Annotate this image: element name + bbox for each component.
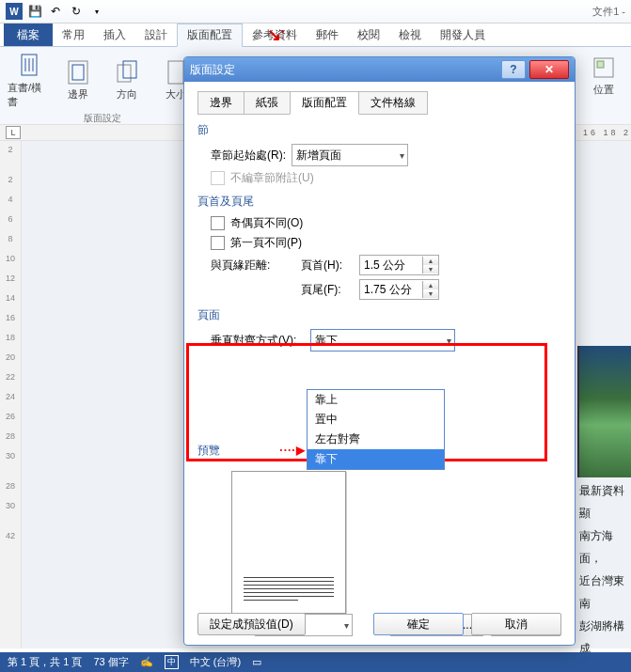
tab-view[interactable]: 檢視 (389, 24, 431, 46)
section-start-select[interactable]: 新增頁面 (292, 144, 408, 166)
status-words[interactable]: 73 個字 (93, 655, 128, 669)
position-button[interactable]: 位置 (582, 53, 625, 97)
svg-rect-8 (168, 61, 183, 84)
position-icon (591, 55, 617, 81)
header-distance-spinner[interactable]: 1.5 公分▲▼ (359, 255, 439, 275)
cancel-button[interactable]: 取消 (471, 613, 561, 635)
dlg-tab-paper[interactable]: 紙張 (244, 91, 291, 115)
margins-icon (65, 59, 91, 86)
satellite-image (577, 346, 631, 477)
suppress-endnotes-label: 不編章節附註(U) (230, 170, 314, 186)
footer-distance-spinner[interactable]: 1.75 公分▲▼ (359, 279, 439, 300)
tab-layout[interactable]: 版面配置 (177, 23, 243, 47)
page-preview (231, 471, 346, 614)
help-button[interactable]: ? (501, 60, 526, 79)
qat-dropdown-icon[interactable]: ▾ (88, 3, 105, 20)
tab-design[interactable]: 設計 (135, 24, 177, 46)
ime-icon[interactable]: 中 (165, 655, 179, 669)
dlg-tab-margins[interactable]: 邊界 (197, 91, 245, 115)
valign-select[interactable]: 靠下 (310, 329, 455, 352)
position-label: 位置 (593, 83, 614, 97)
document-text-fragment: 最新資料顯 南方海面， 近台灣東南 彭湖將構成 (579, 479, 631, 660)
doc-title: 文件1 - (592, 5, 625, 19)
valign-option-center[interactable]: 置中 (308, 410, 444, 430)
dialog-titlebar: 版面設定 ? ✕ (184, 57, 575, 82)
orientation-label: 直書/橫書 (8, 81, 51, 109)
tab-insert[interactable]: 插入 (94, 24, 135, 46)
tab-review[interactable]: 校閱 (348, 24, 389, 46)
edge-distance-label: 與頁緣距離: (211, 258, 295, 273)
suppress-endnotes-checkbox (211, 171, 225, 185)
page-orientation-icon (114, 59, 140, 86)
first-page-label: 第一頁不同(P) (230, 235, 302, 251)
valign-option-top[interactable]: 靠上 (308, 390, 444, 410)
first-page-checkbox[interactable] (211, 236, 225, 250)
ribbon-group-label: 版面設定 (84, 112, 121, 125)
headers-section-header: 頁首及頁尾 (197, 194, 561, 210)
svg-rect-7 (123, 61, 136, 78)
app-titlebar: W 💾 ↶ ↻ ▾ 文件1 - (0, 0, 631, 23)
preview-label: 預覽 (197, 444, 220, 457)
status-bar: 第 1 頁，共 1 頁 73 個字 ✍ 中 中文 (台灣) ▭ (0, 652, 631, 672)
direction-button[interactable]: 方向 (105, 57, 149, 102)
ok-button[interactable]: 確定 (373, 613, 464, 635)
tab-developer[interactable]: 開發人員 (431, 24, 495, 46)
status-macro-icon[interactable]: ▭ (252, 656, 261, 668)
valign-dropdown-open[interactable]: 靠上 置中 左右對齊 靠下 (307, 389, 445, 470)
dlg-tab-layout[interactable]: 版面配置 (290, 91, 359, 115)
save-icon[interactable]: 💾 (26, 3, 43, 20)
odd-even-checkbox[interactable] (211, 216, 225, 230)
status-proofing-icon[interactable]: ✍ (140, 656, 153, 668)
page-setup-dialog: 版面設定 ? ✕ 邊界 紙張 版面配置 文件格線 節 章節起始處(R): 新增頁… (183, 56, 576, 646)
set-default-button[interactable]: 設定成預設值(D) (197, 613, 306, 635)
valign-option-justify[interactable]: 左右對齊 (308, 430, 444, 449)
tab-mailings[interactable]: 郵件 (307, 24, 348, 46)
header-distance-label: 頁首(H): (301, 258, 354, 273)
margins-label: 邊界 (68, 87, 88, 102)
svg-rect-6 (118, 65, 131, 82)
ribbon-tabs: 檔案 常用 插入 設計 版面配置 參考資料 郵件 校閱 檢視 開發人員 (0, 23, 631, 47)
status-language[interactable]: 中文 (台灣) (190, 655, 241, 669)
text-direction-icon (16, 53, 42, 79)
dialog-body: 邊界 紙張 版面配置 文件格線 節 章節起始處(R): 新增頁面 不編章節附註(… (184, 82, 575, 645)
tab-home[interactable]: 常用 (53, 24, 94, 46)
dlg-tab-grid[interactable]: 文件格線 (358, 91, 428, 115)
redo-icon[interactable]: ↻ (68, 3, 85, 20)
footer-distance-label: 頁尾(F): (301, 282, 354, 298)
section-start-label: 章節起始處(R): (211, 148, 286, 164)
page-section-header: 頁面 (197, 307, 561, 323)
dialog-tabs: 邊界 紙張 版面配置 文件格線 (197, 91, 561, 115)
close-button[interactable]: ✕ (529, 60, 569, 79)
valign-label: 垂直對齊方式(V): (211, 333, 305, 349)
annotation-dotted-arrow-icon: ····▶ (279, 444, 305, 457)
svg-rect-5 (72, 65, 84, 80)
odd-even-label: 奇偶頁不同(O) (230, 215, 303, 231)
vertical-ruler: 224681012141618202224262830283042 (0, 141, 22, 649)
tab-references[interactable]: 參考資料 (243, 24, 307, 46)
tab-selector-icon[interactable]: L (6, 126, 21, 139)
word-icon: W (6, 3, 23, 20)
status-page[interactable]: 第 1 頁，共 1 頁 (8, 655, 82, 669)
valign-option-bottom[interactable]: 靠下 (308, 449, 444, 469)
dialog-title: 版面設定 (190, 62, 235, 78)
section-header: 節 (197, 122, 561, 138)
direction-label: 方向 (117, 87, 137, 102)
tab-file[interactable]: 檔案 (4, 23, 53, 46)
svg-rect-10 (597, 61, 604, 68)
orientation-button[interactable]: 直書/橫書 (8, 51, 51, 109)
undo-icon[interactable]: ↶ (47, 3, 64, 20)
margins-button[interactable]: 邊界 (56, 57, 100, 102)
